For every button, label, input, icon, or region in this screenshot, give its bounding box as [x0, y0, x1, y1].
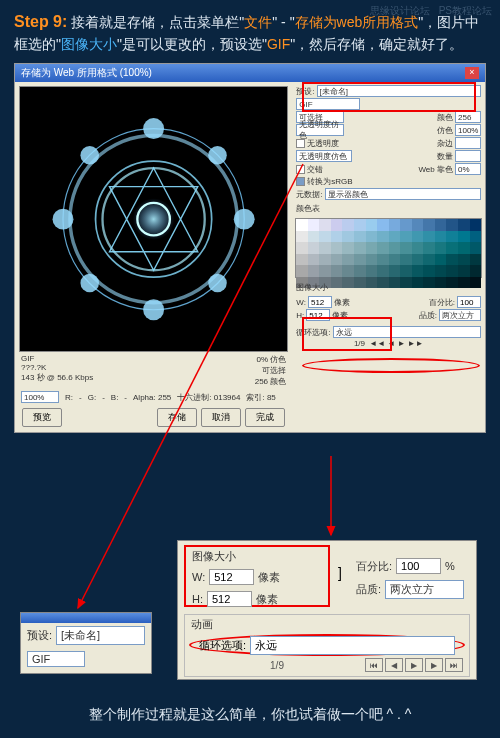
- callout-format-select[interactable]: GIF: [27, 651, 85, 667]
- file-info: GIF???.?K143 秒 @ 56.6 Kbps 0% 仿色可选择256 颜…: [19, 352, 288, 389]
- play-button[interactable]: ▶: [405, 658, 423, 672]
- preview-button[interactable]: 预览: [22, 408, 62, 427]
- callout-quality-select[interactable]: 两次立方: [385, 580, 464, 599]
- dialog-titlebar[interactable]: 存储为 Web 所用格式 (100%) ×: [15, 64, 485, 82]
- svg-point-10: [80, 146, 99, 165]
- callout-pct-input[interactable]: [396, 558, 441, 574]
- svg-point-7: [143, 299, 164, 320]
- dither-select[interactable]: 无透明度仿色: [296, 124, 344, 136]
- width-input[interactable]: [308, 296, 332, 308]
- svg-point-4: [133, 198, 175, 240]
- svg-point-12: [80, 274, 99, 293]
- footer-text: 整个制作过程就是这么简单，你也试着做一个吧 ^ . ^: [0, 706, 500, 724]
- zoom-select[interactable]: 100%: [21, 391, 59, 403]
- callout-preset: 预设:[未命名] GIF: [20, 612, 152, 674]
- svg-point-8: [53, 209, 74, 230]
- svg-point-13: [208, 274, 227, 293]
- colors-select[interactable]: 256: [455, 111, 481, 123]
- magic-circle-graphic: [36, 103, 271, 335]
- save-for-web-dialog: 存储为 Web 所用格式 (100%) ×: [14, 63, 486, 433]
- callout-frame: 1/9: [191, 660, 363, 671]
- color-table[interactable]: [295, 218, 482, 278]
- anim-label: 动画: [191, 617, 213, 632]
- red-highlight-preset: [302, 82, 476, 112]
- prev-frame-button[interactable]: ◀: [385, 658, 403, 672]
- done-button[interactable]: 完成: [245, 408, 285, 427]
- svg-point-9: [234, 209, 255, 230]
- first-frame-button[interactable]: ⏮: [365, 658, 383, 672]
- next-frame-button[interactable]: ▶: [425, 658, 443, 672]
- last-frame-button[interactable]: ⏭: [445, 658, 463, 672]
- transparency-check[interactable]: [296, 139, 305, 148]
- svg-point-11: [208, 146, 227, 165]
- callout-width-input[interactable]: [209, 569, 254, 585]
- color-table-label: 颜色表: [295, 201, 482, 216]
- watermark-1: 思缘设计论坛: [370, 5, 430, 16]
- cancel-button[interactable]: 取消: [201, 408, 241, 427]
- callout-loop-select[interactable]: 永远: [250, 636, 455, 655]
- image-size-label: 图像大小: [295, 280, 482, 295]
- image-preview: [19, 86, 288, 352]
- callout-image-size: 图像大小 W:像素 H:像素 ] 百分比:% 品质:两次立方 动画 循环选项: …: [177, 540, 477, 680]
- close-icon[interactable]: ×: [465, 67, 479, 79]
- pct-input[interactable]: [457, 296, 481, 308]
- dialog-title: 存储为 Web 所用格式 (100%): [21, 66, 152, 80]
- watermark-2: PS教程论坛: [439, 5, 492, 16]
- callout-height-input[interactable]: [207, 591, 252, 607]
- settings-panel: 预设:[未命名] GIF 可选择颜色256 无透明度仿色仿色100% 无透明度杂…: [292, 82, 485, 434]
- svg-point-6: [143, 118, 164, 139]
- interlace-check[interactable]: [296, 165, 305, 174]
- zoom-row: 100% R:-G:-B:- Alpha: 255十六进制: 013964索引:…: [19, 389, 288, 405]
- red-highlight-loop: [302, 358, 480, 373]
- quality-select[interactable]: 两次立方: [439, 309, 481, 321]
- red-highlight-imgsize: [302, 317, 392, 351]
- websnap-amount[interactable]: 0%: [455, 163, 481, 175]
- dither-amount[interactable]: 100%: [455, 124, 481, 136]
- metadata-select[interactable]: 显示器颜色: [325, 188, 481, 200]
- callout-preset-select[interactable]: [未命名]: [56, 626, 145, 645]
- save-button[interactable]: 存储: [157, 408, 197, 427]
